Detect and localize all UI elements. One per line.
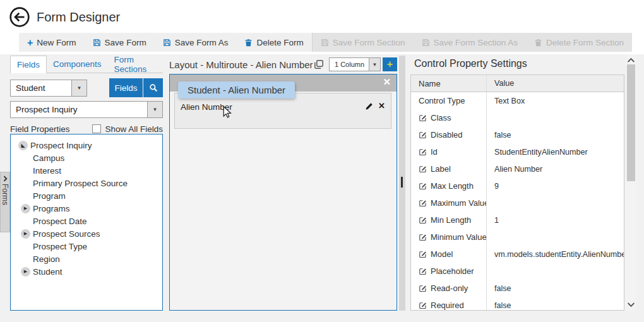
- chevron-down-icon[interactable]: ▼: [369, 58, 380, 71]
- tab-form-sections[interactable]: Form Sections: [108, 56, 163, 73]
- tree-node-prospect-type[interactable]: Prospect Type: [11, 240, 162, 253]
- copy-layout-icon[interactable]: [314, 59, 324, 69]
- edit-icon[interactable]: [419, 182, 427, 190]
- search-button[interactable]: [143, 78, 163, 97]
- property-value[interactable]: false: [487, 297, 624, 311]
- tree-node-label: Prospect Type: [33, 242, 87, 251]
- show-all-fields-checkbox[interactable]: [92, 124, 101, 133]
- entity-row: Student ▼ Fields: [10, 78, 163, 97]
- property-name: Disabled: [431, 130, 463, 140]
- fields-button[interactable]: Fields: [109, 78, 143, 97]
- tree-node-student[interactable]: ▶ Student: [11, 265, 162, 278]
- property-value[interactable]: [487, 194, 624, 212]
- field-properties-row: Field Properties Show All Fields: [10, 124, 163, 134]
- edit-icon[interactable]: [419, 284, 427, 292]
- tree-node-prospect-inquiry[interactable]: ◣ Prospect Inquiry: [11, 139, 162, 152]
- trash-icon: [534, 39, 542, 47]
- tree-node-label: Program: [33, 191, 66, 201]
- properties-table-header: Name Value: [411, 75, 624, 92]
- property-row-control-type: Control Type Text Box: [411, 92, 624, 109]
- edit-icon[interactable]: [419, 216, 427, 224]
- save-form-as-button[interactable]: Save Form As: [155, 33, 237, 52]
- property-value[interactable]: Alien Number: [487, 160, 624, 177]
- property-row-max-length: Max Length 9: [411, 177, 624, 194]
- form-select[interactable]: Prospect Inquiry ▼: [10, 101, 163, 118]
- scroll-down-icon[interactable]: [627, 301, 635, 309]
- form-designer-app: Form Designer + New Form Save Form Save …: [0, 0, 644, 322]
- back-button-icon[interactable]: [9, 6, 30, 28]
- chevron-down-icon[interactable]: ▼: [71, 80, 86, 96]
- entity-select-value: Student: [11, 80, 71, 96]
- tree-node-programs[interactable]: ▶ Programs: [11, 202, 162, 215]
- section-close-icon[interactable]: ✕: [383, 77, 391, 87]
- layout-title: Layout - Multiroute - Alien Number: [169, 59, 313, 70]
- tree-node-program[interactable]: Program: [11, 189, 162, 202]
- edit-field-icon[interactable]: [365, 102, 374, 110]
- save-form-section-button: Save Form Section: [313, 33, 414, 52]
- property-value[interactable]: StudentEntityAlienNumber: [487, 143, 624, 160]
- scroll-up-icon[interactable]: [627, 56, 635, 64]
- property-name: Minimum Value: [431, 232, 487, 242]
- expand-icon[interactable]: ▶: [21, 267, 30, 277]
- panel-splitter[interactable]: [399, 56, 405, 311]
- save-form-button[interactable]: Save Form: [85, 33, 155, 52]
- property-name: Read-only: [431, 283, 468, 293]
- edit-icon[interactable]: [419, 301, 427, 309]
- properties-title: Control Property Settings: [410, 56, 624, 69]
- tree-node-label: Prospect Inquiry: [30, 141, 92, 150]
- field-properties-label: Field Properties: [10, 124, 70, 134]
- property-name: Maximum Value: [431, 198, 487, 208]
- page-title: Form Designer: [37, 10, 120, 25]
- tree-node-prospect-date[interactable]: Prospect Date: [11, 215, 162, 227]
- edit-icon[interactable]: [419, 148, 427, 156]
- delete-form-button[interactable]: Delete Form: [236, 33, 311, 52]
- expand-icon[interactable]: ▶: [21, 204, 30, 213]
- splitter-handle-icon: [401, 177, 403, 188]
- tree-node-label: Prospect Sources: [33, 229, 100, 239]
- tree-node-region[interactable]: Region: [11, 253, 162, 265]
- edit-icon[interactable]: [419, 165, 427, 173]
- property-value[interactable]: vm.models.studentEntity.AlienNumber: [487, 246, 624, 263]
- save-form-section-as-button: Save Form Section As: [414, 33, 527, 52]
- property-value[interactable]: false: [487, 126, 624, 143]
- edit-icon[interactable]: [419, 233, 427, 241]
- tree-node-campus[interactable]: Campus: [11, 152, 162, 164]
- toolbar: + New Form Save Form Save Form As Delete…: [19, 33, 632, 52]
- collapse-icon[interactable]: ◣: [18, 141, 28, 150]
- plus-icon: +: [387, 59, 393, 69]
- tree-node-interest[interactable]: Interest: [11, 164, 162, 177]
- edit-icon[interactable]: [419, 267, 427, 275]
- chevron-down-icon[interactable]: ▼: [147, 102, 162, 117]
- property-row-model: Model vm.models.studentEntity.AlienNumbe…: [411, 246, 624, 263]
- tree-node-primary-prospect-source[interactable]: Primary Prospect Source: [11, 177, 162, 189]
- property-value[interactable]: [487, 229, 624, 246]
- property-value[interactable]: [487, 109, 624, 126]
- column-select[interactable]: 1 Column ▼: [329, 57, 381, 71]
- add-column-button[interactable]: +: [383, 57, 397, 71]
- forms-side-tab[interactable]: Forms: [0, 172, 10, 232]
- remove-field-icon[interactable]: ✕: [378, 101, 385, 110]
- delete-form-section-button: Delete Form Section: [526, 33, 632, 52]
- edit-icon[interactable]: [419, 250, 427, 258]
- tab-components[interactable]: Components: [47, 56, 108, 73]
- property-value[interactable]: false: [487, 280, 624, 297]
- property-name: Model: [431, 249, 453, 259]
- vertical-scrollbar[interactable]: [626, 54, 636, 311]
- tree-node-label: Student: [33, 267, 63, 277]
- property-row-disabled: Disabled false: [411, 126, 624, 143]
- edit-icon[interactable]: [419, 199, 427, 207]
- entity-select[interactable]: Student ▼: [10, 80, 87, 97]
- edit-icon[interactable]: [419, 131, 427, 139]
- tree-node-prospect-sources[interactable]: ▶ Prospect Sources: [11, 227, 162, 240]
- property-value[interactable]: 9: [487, 177, 624, 194]
- expand-icon[interactable]: ▶: [21, 229, 30, 239]
- new-form-button[interactable]: + New Form: [19, 33, 85, 52]
- scrollbar-thumb[interactable]: [627, 64, 635, 181]
- trash-icon: [244, 39, 253, 47]
- property-value[interactable]: [487, 263, 624, 280]
- edit-icon[interactable]: [419, 114, 427, 122]
- tab-fields[interactable]: Fields: [10, 56, 47, 73]
- property-value[interactable]: 1: [487, 212, 624, 229]
- save-form-section-label: Save Form Section: [333, 38, 405, 47]
- property-row-class: Class: [411, 109, 624, 126]
